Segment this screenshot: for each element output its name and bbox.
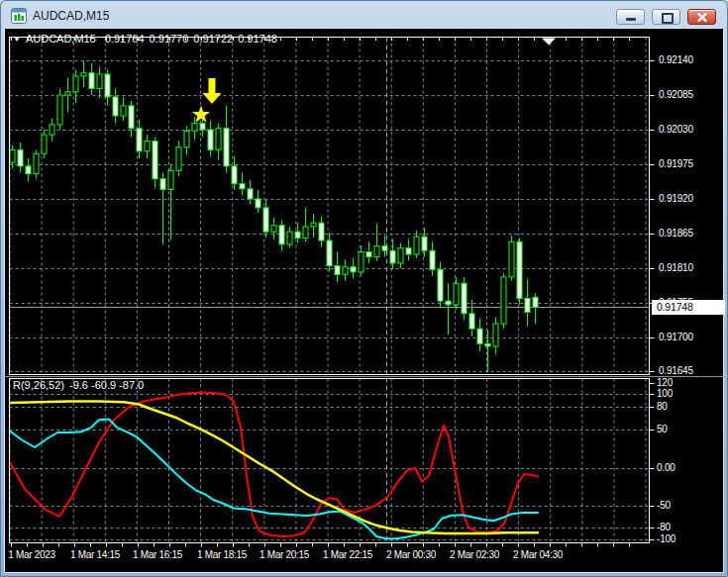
- candle-body: [485, 343, 490, 346]
- candle-body: [216, 129, 221, 150]
- candle-body: [382, 246, 387, 251]
- candle-body: [97, 74, 102, 89]
- collapse-arrow-icon[interactable]: ▼: [13, 35, 21, 44]
- candle-body: [224, 129, 229, 166]
- candle-body: [57, 95, 62, 125]
- candle-body: [327, 240, 332, 266]
- candle-body: [65, 92, 70, 95]
- candle-body: [406, 248, 411, 254]
- candle-body: [517, 241, 522, 298]
- candle-body: [81, 73, 86, 76]
- ohlc-close: 0.91748: [238, 33, 277, 45]
- ohlc-low: 0.91722: [193, 33, 233, 45]
- candle-body: [200, 124, 205, 130]
- candle-body: [129, 106, 134, 129]
- candle-body: [105, 74, 110, 97]
- candle-body: [438, 269, 443, 301]
- candle-body: [319, 223, 324, 240]
- candle-body: [414, 237, 419, 254]
- candle-body: [454, 283, 459, 305]
- candle-body: [335, 266, 340, 275]
- candle-body: [10, 149, 15, 162]
- candle-body: [89, 73, 94, 89]
- candle-body: [160, 179, 165, 190]
- candle-body: [359, 252, 364, 272]
- candle-body: [311, 223, 316, 227]
- candle-body: [462, 283, 467, 314]
- candle-body: [533, 297, 538, 307]
- candle-body: [525, 299, 530, 313]
- candle-body: [137, 129, 142, 151]
- candle-body: [232, 166, 237, 184]
- candle-body: [477, 329, 482, 343]
- candle-body: [366, 252, 371, 257]
- chart-shift-marker: [542, 39, 556, 46]
- candle-body: [18, 149, 23, 166]
- candle-body: [430, 250, 435, 269]
- indicator-name: R(9,26,52): [13, 379, 64, 391]
- candle-body: [42, 135, 47, 153]
- candle-body: [240, 184, 245, 189]
- candle-body: [279, 226, 284, 244]
- candle-body: [248, 189, 253, 199]
- candle-body: [184, 131, 189, 147]
- indicator-values: -9.6 -60.9 -87.0: [69, 379, 144, 391]
- candle-body: [351, 267, 356, 272]
- candle-body: [469, 314, 474, 329]
- ohlc-open: 0.91764: [105, 33, 145, 45]
- candle-body: [153, 142, 157, 179]
- candle-body: [73, 76, 78, 92]
- candle-body: [343, 267, 348, 275]
- candle-body: [390, 250, 395, 263]
- current-price-box: 0.91748: [652, 300, 725, 315]
- candle-body: [422, 237, 427, 250]
- candle-body: [398, 248, 403, 263]
- candle-body: [501, 277, 506, 324]
- candle-body: [493, 324, 498, 346]
- candle-body: [263, 208, 268, 232]
- candle-body: [374, 246, 379, 257]
- candle-body: [50, 125, 54, 135]
- chart-canvas[interactable]: [0, 0, 728, 577]
- down-arrow-icon: [203, 78, 222, 104]
- chart-window: { "window": { "title": "AUDCAD,M15" }, "…: [0, 0, 728, 577]
- chart-header: ▼AUDCAD,M150.917640.917700.917220.91748: [13, 33, 282, 45]
- candle-body: [256, 199, 260, 208]
- candle-body: [271, 226, 276, 232]
- symbol-period-label: AUDCAD,M15: [26, 33, 96, 45]
- candle-body: [176, 147, 181, 171]
- candle-body: [295, 232, 300, 238]
- ohlc-high: 0.91770: [150, 33, 189, 45]
- candle-body: [303, 227, 308, 239]
- candle-body: [113, 97, 118, 116]
- indicator-label: R(9,26,52)-9.6 -60.9 -87.0: [13, 379, 149, 391]
- candle-body: [145, 142, 150, 151]
- candle-body: [26, 166, 31, 174]
- candle-body: [34, 153, 39, 173]
- candle-body: [121, 106, 126, 116]
- candle-body: [446, 301, 451, 305]
- indicator-line-r26: [10, 420, 538, 539]
- candle-body: [192, 124, 197, 132]
- candle-body: [287, 232, 292, 244]
- candle-body: [509, 241, 514, 277]
- candle-body: [208, 130, 213, 149]
- candle-body: [168, 170, 173, 189]
